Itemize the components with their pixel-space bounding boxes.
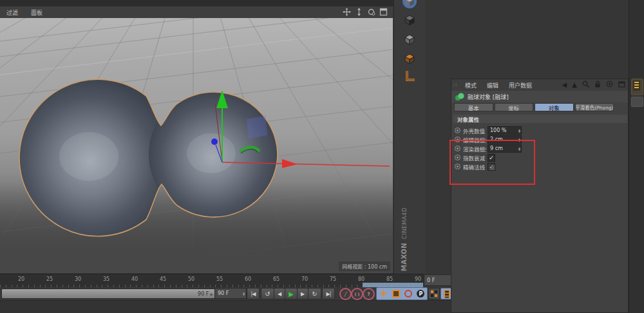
key-parameter-icon[interactable]: P (417, 290, 424, 298)
key-scale-icon[interactable] (392, 290, 400, 298)
section-object-properties[interactable]: 对象属性 (453, 115, 627, 123)
prev-key-button[interactable]: ↺ (261, 288, 274, 299)
timeline-tick: 75 (330, 276, 336, 282)
dock-tab-layers[interactable] (631, 97, 643, 107)
tab-object[interactable]: 对象 (535, 103, 574, 111)
mode-toolbar: MAXON CINEMA4D (393, 0, 426, 274)
timeline-tick: 50 (188, 276, 194, 282)
animation-toggle-icon[interactable] (455, 128, 460, 133)
metaball-object-icon (455, 93, 464, 101)
timeline-tick: 45 (160, 276, 166, 282)
timeline-tick: 85 (386, 276, 393, 282)
menu-filter[interactable]: 过滤 (0, 8, 24, 17)
timeline-tick: 30 (75, 276, 81, 282)
key-rotation-icon[interactable] (404, 290, 412, 298)
timeline-tick: 55 (216, 276, 223, 282)
next-frame-button[interactable]: ▶ (297, 288, 308, 299)
menu-edit[interactable]: 编辑 (482, 81, 504, 90)
object-title-row[interactable]: 融球对象 [融球] (451, 91, 628, 102)
points-mode-icon[interactable] (399, 30, 420, 48)
tab-phong[interactable]: 平滑着色(Phong) (575, 103, 614, 111)
convert-editable-icon[interactable] (399, 0, 420, 10)
polygons-mode-icon[interactable] (399, 50, 420, 67)
window-titlebar (0, 0, 425, 6)
lock-icon[interactable] (594, 81, 601, 89)
grid-distance-label: 网格视距 : 100 cm (339, 261, 390, 271)
attribute-tabs: 基本 坐标 对象 平滑着色(Phong) (454, 103, 614, 111)
menu-mode[interactable]: 模式 (460, 81, 482, 90)
go-to-start-button[interactable]: |◀ (247, 288, 260, 299)
dock-edge-strip (629, 0, 644, 313)
preview-range[interactable] (363, 283, 423, 287)
keying-options-group: P (376, 287, 428, 300)
animation-toolbar: 90 F▶ 90 F▲▼ |◀ ↺ ◀ ▶ ▶ ↻ ▶| ╱ ( ) ? P (0, 287, 451, 300)
history-back-icon[interactable]: ◀ (562, 81, 567, 88)
menu-userdata[interactable]: 用户数据 (504, 81, 537, 90)
x-axis-arrow-icon (282, 159, 298, 168)
attribute-manager: ⁞⁞ 模式 编辑 用户数据 ◀ ▲ 融球对象 [融球] 基本 坐标 对象 平滑着… (451, 79, 629, 313)
next-key-button[interactable]: ↻ (308, 288, 321, 299)
model-mode-icon[interactable] (399, 11, 420, 28)
dock-window-icon[interactable] (618, 81, 625, 89)
metaball-object[interactable] (0, 18, 393, 273)
key-pla-icon[interactable] (428, 288, 440, 299)
rotate-view-icon[interactable] (367, 8, 375, 16)
timeline-ruler[interactable]: 20 25 30 35 40 45 50 55 60 65 70 75 80 8… (0, 274, 424, 287)
history-up-icon[interactable]: ▲ (572, 81, 577, 88)
current-frame-field[interactable]: 0 F▲▼ (424, 274, 455, 286)
pan-view-icon[interactable] (343, 8, 351, 16)
timeline-tick: 90 (415, 276, 421, 282)
annotation-box (450, 140, 535, 185)
play-button[interactable]: ▶ (285, 288, 298, 299)
search-icon[interactable] (582, 81, 589, 89)
tab-coordinates[interactable]: 坐标 (495, 103, 534, 111)
plane-handle (247, 116, 267, 138)
timeline-tick: 40 (131, 276, 138, 282)
toggle-view-icon[interactable] (379, 8, 388, 16)
hull-value-field[interactable]: 100 %▲▼ (488, 126, 522, 135)
menu-panel[interactable]: 面板 (24, 8, 49, 17)
brand-logo: MAXON CINEMA4D (401, 207, 408, 271)
timeline-tick: 35 (103, 276, 109, 282)
key-position-icon[interactable] (379, 288, 388, 300)
keyframe-selection-button[interactable]: ? (363, 288, 375, 300)
z-axis-handle-icon (211, 138, 218, 145)
status-bar (0, 300, 451, 313)
object-title: 融球对象 [融球] (468, 93, 509, 101)
timeline-tick: 25 (46, 276, 53, 282)
dolly-view-icon[interactable] (355, 8, 363, 16)
viewport-canvas[interactable]: 网格视距 : 100 cm (0, 18, 393, 273)
attribute-menubar: ⁞⁞ 模式 编辑 用户数据 ◀ ▲ (451, 79, 628, 91)
property-label: 外壳数值 . (463, 127, 486, 135)
viewport-menubar: 过滤 面板 (0, 6, 393, 19)
property-row-hull-value: 外壳数值 . 100 %▲▼ (453, 126, 522, 135)
timeline-tick: 70 (301, 276, 308, 282)
timeline-tick: 60 (245, 276, 251, 282)
autokey-button[interactable]: ( ) (351, 288, 363, 300)
go-to-end-button[interactable]: ▶| (322, 288, 335, 299)
dock-tab-attributes[interactable] (631, 79, 643, 95)
prev-frame-button[interactable]: ◀ (274, 288, 285, 299)
record-keyframe-button[interactable]: ╱ (339, 288, 352, 300)
tab-basic[interactable]: 基本 (454, 103, 493, 111)
timeline-tick: 20 (18, 276, 24, 282)
axis-mode-icon[interactable] (399, 67, 420, 84)
end-frame-field[interactable]: 90 F▲▼ (214, 288, 247, 299)
timeline-tick: 80 (358, 276, 365, 282)
panel-grip-icon[interactable]: ⁞⁞ (453, 82, 460, 88)
target-icon[interactable] (606, 81, 613, 89)
timeline-tick: 65 (273, 276, 279, 282)
timeline-range-slider[interactable]: 90 F▶ (1, 289, 216, 299)
